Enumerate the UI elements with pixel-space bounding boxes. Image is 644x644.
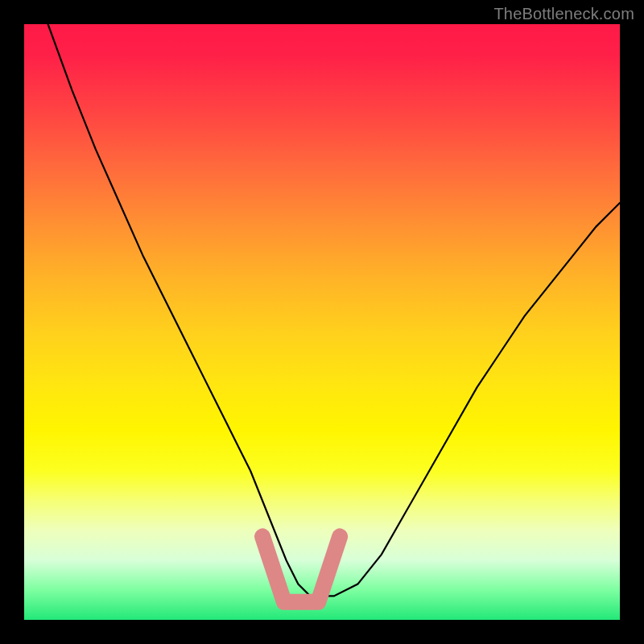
watermark: TheBottleneck.com (493, 5, 634, 23)
chart-frame: TheBottleneck.com (0, 0, 644, 644)
gradient-background (24, 24, 620, 620)
